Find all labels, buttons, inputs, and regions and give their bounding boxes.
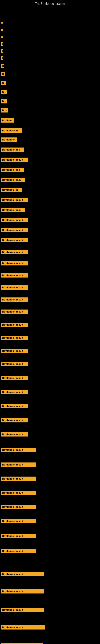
bottleneck-label: Bottleneck result [1, 238, 28, 242]
bottleneck-item: Bottleneck result [1, 376, 28, 381]
bottleneck-label: Bottlene [1, 118, 14, 122]
site-title: TheBottlenecker.com [0, 0, 100, 10]
bottleneck-item [1, 21, 3, 24]
bottleneck-item: Bottleneck [1, 138, 17, 142]
bottleneck-item: Bottleneck result [1, 505, 36, 510]
bottleneck-item: Bottleneck result [1, 273, 28, 278]
bottleneck-label: Bottleneck result [1, 376, 28, 380]
bottleneck-label: Bottleneck result [1, 322, 28, 327]
bottleneck-item: B [1, 56, 3, 61]
bottleneck-item: Bottleneck result [1, 310, 28, 314]
bottleneck-label: B [1, 49, 3, 53]
bottleneck-item: Bottleneck result [1, 390, 28, 395]
bottleneck-item: Bottleneck result [1, 404, 28, 409]
bottleneck-label: Bottleneck re [1, 188, 22, 192]
bottleneck-label: Bottleneck result [1, 608, 44, 612]
bottleneck-item: Bottleneck result [1, 608, 44, 613]
bottleneck-label: Bottleneck result [1, 298, 28, 302]
bottleneck-label: Bottleneck result [1, 362, 28, 366]
bottleneck-label: Bottleneck resu [1, 208, 25, 212]
bottleneck-item: Bottleneck result [1, 250, 28, 255]
bottleneck-item: Bo [1, 72, 5, 77]
bottleneck-label: Bottleneck result [1, 285, 28, 290]
bottleneck-item: Bottleneck result [1, 228, 28, 233]
bottleneck-label: Bottleneck result [1, 218, 28, 222]
bottleneck-label: Bo [1, 99, 7, 104]
bottleneck-item: Bottleneck result [1, 198, 28, 203]
bottleneck-label: Bottleneck result [1, 589, 44, 594]
bottleneck-item: Bottleneck res [1, 168, 24, 173]
bottleneck-label: Bottleneck result [1, 349, 28, 353]
bottleneck-item: Bo [1, 99, 7, 104]
bottleneck-label: Bottleneck result [1, 432, 28, 436]
bottleneck-label: Bo [1, 81, 6, 85]
bottleneck-label: Bottleneck result [1, 534, 36, 538]
bottleneck-item: B [1, 64, 4, 69]
bottleneck-label: Bottleneck re [1, 128, 22, 132]
bottleneck-label: Bottleneck result [1, 158, 28, 162]
bottleneck-item: Bottleneck re [1, 128, 22, 134]
bottleneck-item: Bottleneck res [1, 148, 24, 152]
bottleneck-label: Bottleneck result [1, 390, 28, 394]
bottleneck-item: Bottleneck result [1, 476, 36, 482]
bottleneck-label: Bottleneck result [1, 261, 28, 266]
bottleneck-label: Bottleneck result [1, 625, 45, 630]
bottleneck-label: Bottleneck result [1, 198, 28, 202]
site-header: TheBottlenecker.com [0, 0, 100, 10]
bottleneck-label: Bottleneck result [1, 228, 28, 232]
bottleneck-item: Bottleneck resu [1, 208, 25, 213]
bottleneck-label: Bottleneck result [1, 519, 36, 523]
bottleneck-item: Bottleneck result [1, 218, 28, 223]
bottleneck-item: Bottleneck result [1, 519, 36, 524]
bottleneck-label [1, 36, 3, 38]
bottleneck-label: Bottleneck result [1, 462, 36, 467]
bottleneck-item: Bottleneck result [1, 418, 28, 423]
bottleneck-label [1, 30, 3, 30]
bottleneck-item: Bottleneck result [1, 625, 45, 630]
bottleneck-item: B [1, 42, 3, 47]
bottleneck-label: Bottleneck result [1, 273, 28, 278]
bottleneck-label: B [1, 56, 3, 60]
bottleneck-item: Bottleneck result [1, 349, 28, 354]
bottleneck-label: Bottleneck result [1, 250, 28, 254]
bottleneck-label: Bot [1, 90, 7, 94]
bottleneck-item: Bottleneck result [1, 432, 28, 437]
bottleneck-label: Bo [1, 72, 5, 76]
bottleneck-label [1, 22, 3, 24]
bottleneck-label: Bottleneck result [1, 418, 28, 422]
bottleneck-item: Bottleneck result [1, 285, 28, 290]
bottleneck-label: Bottleneck result [1, 336, 28, 340]
bottleneck-label: Bottleneck result [1, 572, 44, 576]
bottleneck-item: Bottleneck result [1, 362, 28, 367]
bottleneck-label: Bottleneck result [1, 404, 28, 408]
bottleneck-item [1, 35, 3, 38]
bottleneck-item: Bot [1, 90, 7, 95]
bottleneck-item [1, 28, 3, 32]
bottleneck-item: Bottleneck result [1, 158, 28, 162]
bottleneck-label: Bottleneck result [1, 476, 36, 481]
bottleneck-item: Bottleneck result [1, 491, 36, 496]
bottleneck-label: Bottleneck [1, 138, 17, 142]
bottleneck-item: Bottleneck result [1, 238, 28, 243]
bottleneck-label: Bottleneck result [1, 549, 36, 553]
bottleneck-label: Bottleneck result [1, 310, 28, 314]
bottleneck-item: Bo [1, 81, 6, 86]
bottleneck-item: B [1, 49, 3, 54]
bottleneck-item: Bottleneck resu [1, 178, 25, 183]
bottleneck-item: Bottleneck result [1, 448, 36, 453]
bottleneck-label: B [1, 64, 4, 68]
bottleneck-item: Bott [1, 108, 8, 113]
bottleneck-item: Bottleneck result [1, 336, 28, 341]
bottleneck-item: Bottleneck result [1, 261, 28, 266]
bottleneck-item: Bottleneck result [1, 572, 44, 577]
bottleneck-label: B [1, 42, 3, 46]
bottleneck-item: Bottleneck result [1, 462, 36, 468]
bottleneck-item: Bottlene [1, 118, 14, 123]
bottleneck-label: Bott [1, 108, 8, 112]
bottleneck-item: Bottleneck result [1, 298, 28, 302]
bottleneck-label: Bottleneck resu [1, 178, 25, 182]
bottleneck-label: Bottleneck result [1, 448, 36, 452]
bottleneck-label: Bottleneck res [1, 168, 24, 172]
bottleneck-label: Bottleneck result [1, 491, 36, 495]
bottleneck-item: Bottleneck result [1, 643, 43, 644]
